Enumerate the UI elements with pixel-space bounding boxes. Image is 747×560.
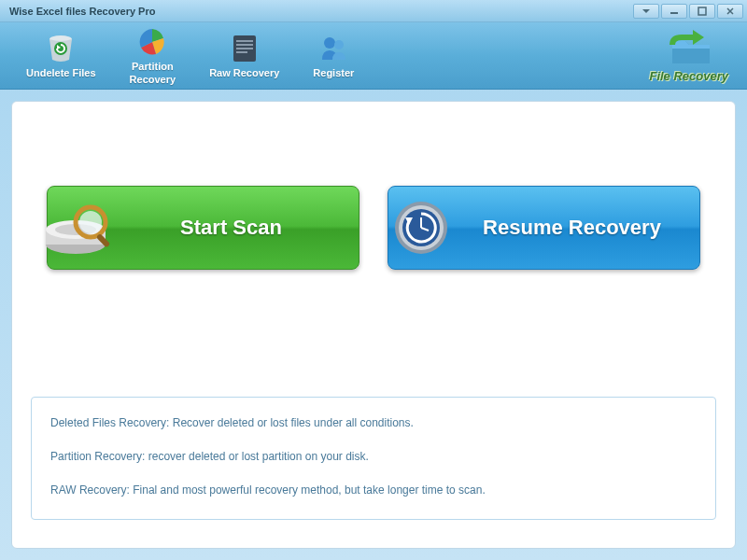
svg-rect-1: [670, 12, 678, 14]
maximize-button[interactable]: [689, 4, 715, 19]
register-button[interactable]: Register: [296, 28, 371, 83]
recycle-bin-icon: [44, 32, 78, 65]
info-line-raw: RAW Recovery: Final and most powerful re…: [50, 482, 697, 498]
svg-point-11: [324, 37, 335, 49]
content-panel: Start Scan Resume Recovery: [11, 101, 736, 549]
svg-rect-9: [236, 48, 253, 49]
window-title: Wise Excel files Recovery Pro: [4, 6, 633, 17]
pie-chart-icon: [135, 25, 169, 59]
svg-rect-7: [236, 40, 253, 42]
content-area: Start Scan Resume Recovery: [0, 90, 747, 560]
svg-marker-0: [642, 9, 650, 13]
toolbar-label: Partition Recovery: [130, 61, 176, 85]
toolbar-label: Raw Recovery: [209, 67, 279, 79]
close-button[interactable]: [717, 4, 743, 19]
svg-point-12: [334, 40, 344, 49]
window-controls: [633, 4, 743, 19]
document-icon: [228, 32, 261, 65]
undelete-files-button[interactable]: Undelete Files: [9, 28, 113, 83]
info-line-partition: Partition Recovery: recover deleted or l…: [50, 448, 697, 465]
svg-rect-8: [236, 44, 253, 46]
resume-recovery-label: Resume Recovery: [463, 216, 699, 240]
file-recovery-badge: File Recovery: [649, 28, 738, 83]
raw-recovery-button[interactable]: Raw Recovery: [192, 28, 296, 83]
person-icon: [317, 32, 350, 65]
svg-rect-10: [236, 51, 247, 53]
toolbar-label: Register: [313, 67, 354, 79]
svg-rect-2: [698, 7, 706, 15]
info-line-deleted: Deleted Files Recovery: Recover deleted …: [50, 414, 697, 431]
partition-recovery-button[interactable]: Partition Recovery: [113, 21, 193, 89]
svg-point-19: [79, 211, 102, 233]
settings-button[interactable]: [633, 4, 659, 19]
folder-arrow-icon: [663, 28, 715, 69]
file-recovery-label: File Recovery: [649, 69, 728, 83]
start-scan-label: Start Scan: [122, 216, 359, 240]
start-scan-button[interactable]: Start Scan: [47, 186, 359, 270]
info-box: Deleted Files Recovery: Recover deleted …: [31, 397, 716, 520]
titlebar: Wise Excel files Recovery Pro: [0, 0, 747, 22]
minimize-button[interactable]: [661, 4, 687, 19]
toolbar: Undelete Files Partition Recovery Raw Re…: [0, 22, 747, 90]
clock-restore-icon: [379, 186, 463, 270]
action-buttons-row: Start Scan Resume Recovery: [31, 186, 716, 270]
svg-marker-13: [693, 30, 704, 45]
toolbar-label: Undelete Files: [26, 67, 96, 79]
scan-drive-icon: [38, 186, 122, 270]
resume-recovery-button[interactable]: Resume Recovery: [388, 186, 700, 270]
